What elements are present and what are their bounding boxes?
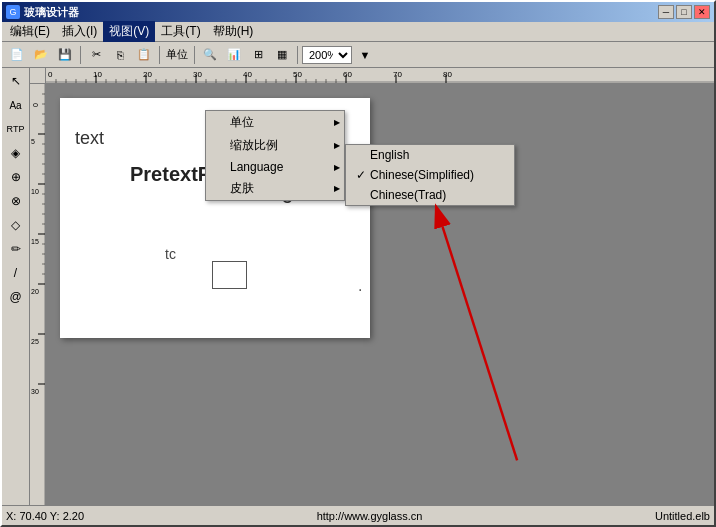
canvas-dot: · <box>358 281 362 299</box>
cross-tool[interactable]: ⊗ <box>5 190 27 212</box>
svg-text:0: 0 <box>32 103 39 107</box>
select-tool[interactable]: ↖ <box>5 70 27 92</box>
url-display: http://www.gyglass.cn <box>104 510 635 522</box>
new-button[interactable]: 📄 <box>6 45 28 65</box>
scale-label: 缩放比例 <box>230 137 278 154</box>
menu-item-scale[interactable]: 缩放比例 <box>206 134 344 157</box>
copy-button[interactable]: ⎘ <box>109 45 131 65</box>
ruler-vertical: 0 5 10 15 20 25 30 <box>30 84 46 505</box>
toolbar-sep4 <box>297 46 298 64</box>
lang-chinese-trad[interactable]: Chinese(Trad) <box>346 185 514 205</box>
chinese-simplified-label: Chinese(Simplified) <box>370 168 474 182</box>
grid-button[interactable]: ⊞ <box>247 45 269 65</box>
svg-text:0: 0 <box>48 70 53 79</box>
svg-text:30: 30 <box>31 388 39 395</box>
unit-label: 单位 <box>164 47 190 62</box>
menu-item-skin[interactable]: 皮肤 <box>206 177 344 200</box>
canvas-rect[interactable] <box>212 261 247 289</box>
menu-insert[interactable]: 插入(I) <box>56 21 103 42</box>
rtp-tool[interactable]: RTP <box>5 118 27 140</box>
svg-text:80: 80 <box>443 70 452 79</box>
skin-label: 皮肤 <box>230 180 254 197</box>
language-submenu: English ✓ Chinese(Simplified) Chinese(Tr… <box>345 144 515 206</box>
lang-chinese-simplified[interactable]: ✓ Chinese(Simplified) <box>346 165 514 185</box>
menu-tools[interactable]: 工具(T) <box>155 21 206 42</box>
zoom-select[interactable]: 200% 100% 150% <box>302 46 352 64</box>
lang-english[interactable]: English <box>346 145 514 165</box>
cut-button[interactable]: ✂ <box>85 45 107 65</box>
title-bar: G 玻璃设计器 ─ □ ✕ <box>2 2 714 22</box>
svg-text:15: 15 <box>31 238 39 245</box>
coords-display: X: 70.40 Y: 2.20 <box>6 510 84 522</box>
main-window: G 玻璃设计器 ─ □ ✕ 编辑(E) 插入(I) 视图(V) 工具(T) 帮助… <box>0 0 716 527</box>
svg-text:60: 60 <box>343 70 352 79</box>
ruler-corner <box>30 68 46 84</box>
title-bar-left: G 玻璃设计器 <box>6 5 79 20</box>
svg-text:20: 20 <box>143 70 152 79</box>
shape-tool[interactable]: ◈ <box>5 142 27 164</box>
maximize-button[interactable]: □ <box>676 5 692 19</box>
canvas-text-tc: tc <box>165 246 176 262</box>
menu-item-unit[interactable]: 单位 <box>206 111 344 134</box>
svg-text:25: 25 <box>31 338 39 345</box>
at-tool[interactable]: @ <box>5 286 27 308</box>
menu-item-language[interactable]: Language <box>206 157 344 177</box>
close-button[interactable]: ✕ <box>694 5 710 19</box>
filename-display: Untitled.elb <box>655 510 710 522</box>
canvas-text-text: text <box>75 128 104 149</box>
svg-text:10: 10 <box>31 188 39 195</box>
minimize-button[interactable]: ─ <box>658 5 674 19</box>
svg-text:50: 50 <box>293 70 302 79</box>
toolbar-sep1 <box>80 46 81 64</box>
svg-text:40: 40 <box>243 70 252 79</box>
canvas-area[interactable]: 0 10 20 30 40 50 60 70 80 <box>30 68 714 505</box>
view-dropdown-menu: 单位 缩放比例 Language 皮肤 <box>205 110 345 201</box>
diamond-tool[interactable]: ◇ <box>5 214 27 236</box>
status-bar: X: 70.40 Y: 2.20 http://www.gyglass.cn U… <box>2 505 714 525</box>
svg-text:10: 10 <box>93 70 102 79</box>
line-tool[interactable]: / <box>5 262 27 284</box>
svg-text:20: 20 <box>31 288 39 295</box>
unit-label: 单位 <box>230 114 254 131</box>
menu-edit[interactable]: 编辑(E) <box>4 21 56 42</box>
toolbar-sep2 <box>159 46 160 64</box>
menu-view[interactable]: 视图(V) <box>103 21 155 42</box>
title-controls[interactable]: ─ □ ✕ <box>658 5 710 19</box>
left-toolbar: ↖ Aa RTP ◈ ⊕ ⊗ ◇ ✏ / @ <box>2 68 30 505</box>
menu-help[interactable]: 帮助(H) <box>207 21 260 42</box>
language-label: Language <box>230 160 283 174</box>
pen-tool[interactable]: ✏ <box>5 238 27 260</box>
toolbar: 📄 📂 💾 ✂ ⎘ 📋 单位 🔍 📊 ⊞ ▦ 200% 100% 150% ▼ <box>2 42 714 68</box>
paste-button[interactable]: 📋 <box>133 45 155 65</box>
app-icon: G <box>6 5 20 19</box>
chinese-simplified-check: ✓ <box>356 168 366 182</box>
svg-line-75 <box>443 227 518 461</box>
text-tool[interactable]: Aa <box>5 94 27 116</box>
table-button[interactable]: ▦ <box>271 45 293 65</box>
chart-button[interactable]: 📊 <box>223 45 245 65</box>
svg-text:5: 5 <box>31 138 35 145</box>
ruler-horizontal: 0 10 20 30 40 50 60 70 80 <box>46 68 714 84</box>
menu-bar: 编辑(E) 插入(I) 视图(V) 工具(T) 帮助(H) <box>2 22 714 42</box>
svg-text:70: 70 <box>393 70 402 79</box>
zoom-dropdown-button[interactable]: ▼ <box>354 45 376 65</box>
english-label: English <box>370 148 409 162</box>
circle-tool[interactable]: ⊕ <box>5 166 27 188</box>
svg-text:30: 30 <box>193 70 202 79</box>
main-area: ↖ Aa RTP ◈ ⊕ ⊗ ◇ ✏ / @ 0 <box>2 68 714 505</box>
open-button[interactable]: 📂 <box>30 45 52 65</box>
zoom-in-button[interactable]: 🔍 <box>199 45 221 65</box>
toolbar-sep3 <box>194 46 195 64</box>
window-title: 玻璃设计器 <box>24 5 79 20</box>
save-button[interactable]: 💾 <box>54 45 76 65</box>
chinese-trad-label: Chinese(Trad) <box>370 188 446 202</box>
